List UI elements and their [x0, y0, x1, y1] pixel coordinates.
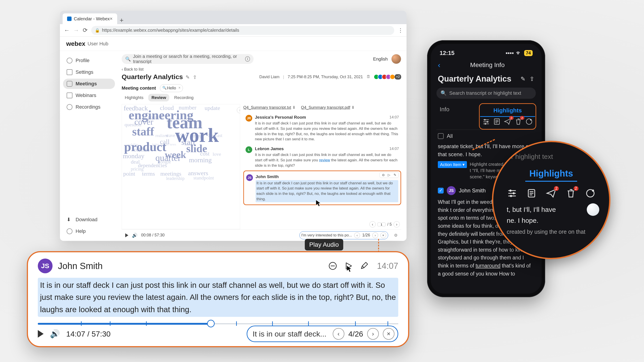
play-button[interactable] [125, 233, 128, 237]
browser-tab[interactable]: Calendar - Webex × [62, 13, 117, 24]
word-cloud-term[interactable]: wave [166, 133, 175, 138]
tab-recording[interactable]: Recording [171, 94, 197, 101]
tab-info[interactable]: Info [436, 104, 452, 130]
new-tab-button[interactable]: + [117, 16, 126, 24]
sidebar-item-help[interactable]: Help [63, 226, 115, 236]
zoom-search-next-icon[interactable]: › [367, 328, 379, 340]
send-icon[interactable]: 2 [546, 188, 556, 199]
sidebar-item-webinars[interactable]: Webinars [63, 90, 115, 100]
download-icon[interactable]: ⬇ [292, 105, 296, 110]
attachment-link[interactable]: Q4_Summary transcript.pdf [301, 105, 350, 110]
url-bar[interactable]: 🔒 https://example.webex.com/webappng/sit… [91, 26, 394, 35]
zoom-search-prev-icon[interactable]: ‹ [333, 328, 344, 340]
close-tab-icon[interactable]: × [110, 16, 113, 22]
trash-icon[interactable]: 2 [566, 188, 576, 199]
word-cloud-term[interactable]: leadership [166, 176, 184, 181]
tab-highlights[interactable]: Highlights [480, 105, 535, 117]
mag-highlights-tab[interactable]: Highlights [525, 167, 577, 182]
trash-icon[interactable]: 2 [514, 118, 522, 125]
download-icon[interactable]: ⬇ [351, 105, 355, 110]
player-settings-icon[interactable]: ⚙ [394, 233, 398, 238]
player-search-close-icon[interactable]: × [380, 232, 386, 238]
zoom-search-close-icon[interactable]: × [383, 328, 394, 340]
global-search[interactable]: 🔍 Join a meeting or search for a meeting… [122, 54, 254, 64]
edit-highlight-icon[interactable]: ✎ [393, 173, 397, 177]
expand-cloud-icon[interactable]: › [237, 107, 240, 113]
note-icon[interactable] [493, 118, 501, 125]
send-icon[interactable]: 2 [504, 118, 512, 125]
drag-handle-icon[interactable] [587, 203, 599, 216]
share-icon[interactable]: ⇪ [530, 75, 534, 82]
sidebar-item-download[interactable]: ⬇ Download [63, 215, 115, 225]
participants[interactable]: +2 [375, 74, 401, 79]
transcript-message[interactable]: JR Jessica's Personal Room14:07 It is in… [243, 113, 401, 144]
pager-prev-icon[interactable]: ‹ [370, 221, 376, 228]
timeline-thumb[interactable] [207, 320, 215, 327]
back-to-list-link[interactable]: ‹ Back to list [122, 67, 401, 72]
word-cloud-term[interactable]: release [178, 132, 189, 137]
word-cloud-term[interactable]: cloud [160, 104, 174, 111]
play-button[interactable] [38, 330, 44, 338]
zoom-timeline[interactable] [38, 321, 398, 322]
filter-sliders-icon[interactable] [507, 188, 518, 199]
word-cloud-term[interactable]: thing [192, 133, 202, 139]
player-search-prev-icon[interactable]: ‹ [354, 232, 360, 238]
pager-next-icon[interactable]: › [394, 221, 400, 228]
clear-filter-icon[interactable]: × [178, 86, 180, 90]
user-avatar[interactable] [391, 54, 401, 64]
record-icon[interactable] [525, 118, 533, 125]
tab-review[interactable]: Review [148, 94, 169, 101]
sidebar-item-meetings[interactable]: Meetings [63, 79, 115, 89]
word-cloud-term[interactable]: feedback [124, 104, 148, 112]
transcript-message[interactable]: L Lebron James14:07 It is in our staff d… [243, 144, 401, 170]
word-cloud-term[interactable]: update [204, 105, 220, 111]
tab-highlights[interactable]: Highlights [122, 94, 146, 101]
checkbox[interactable] [438, 133, 444, 139]
back-icon[interactable]: ‹ [438, 60, 440, 69]
edit-highlight-icon[interactable] [359, 261, 369, 271]
browser-menu-icon[interactable]: ⋮ [398, 27, 402, 33]
player-search-next-icon[interactable]: › [372, 232, 378, 238]
info-icon[interactable]: i [245, 56, 250, 62]
sidebar-item-settings[interactable]: Settings [63, 67, 115, 77]
word-cloud-term[interactable]: positive [148, 114, 164, 120]
nav-forward-icon[interactable]: → [73, 27, 79, 34]
sidebar-item-recordings[interactable]: Recordings [63, 102, 115, 112]
word-cloud-term[interactable]: standpoint [194, 175, 214, 181]
filter-sliders-icon[interactable] [482, 118, 490, 125]
edit-title-icon[interactable]: ✎ [186, 74, 190, 79]
share-title-icon[interactable]: ⇪ [193, 74, 198, 79]
calendar-icon[interactable]: 🗓 [366, 74, 372, 79]
word-cloud-term[interactable]: point [123, 170, 135, 177]
pager-page-input[interactable] [378, 223, 386, 226]
transcript-message-highlighted[interactable]: ⊖ ▷ ✎ JS John Smith14:07 It is in our st… [243, 170, 401, 205]
word-cloud-term[interactable]: number [179, 104, 196, 111]
volume-icon[interactable]: 🔊 [132, 233, 138, 238]
checkbox-checked[interactable] [438, 188, 444, 194]
word-cloud-term[interactable]: terms [142, 170, 155, 177]
word-cloud-term[interactable]: love [213, 151, 221, 157]
play-audio-icon[interactable] [344, 261, 353, 271]
content-filter-chip[interactable]: Hello × [160, 84, 183, 92]
remove-highlight-icon[interactable] [328, 261, 338, 271]
attachment-link[interactable]: Q4_Summary transcript.txt [243, 105, 291, 110]
word-cloud-term[interactable]: capability [124, 143, 139, 147]
nav-reload-icon[interactable]: ⟳ [83, 27, 88, 34]
sidebar-item-profile[interactable]: Profile [63, 55, 115, 66]
word-cloud-term[interactable]: humana [184, 143, 196, 147]
phone-all-row[interactable]: All [436, 130, 536, 142]
volume-icon[interactable]: 🔊 [50, 329, 60, 339]
note-icon[interactable] [526, 188, 537, 199]
word-cloud-term[interactable]: morning [189, 156, 212, 164]
remove-highlight-icon[interactable]: ⊖ [381, 173, 386, 177]
nav-back-icon[interactable]: ← [64, 27, 70, 34]
action-item-chip[interactable]: Action Item ▾ [438, 161, 467, 168]
language-selector[interactable]: English [373, 56, 388, 62]
word-cloud-term[interactable]: better deliver news [152, 143, 176, 146]
play-audio-icon[interactable]: ▷ [387, 173, 391, 177]
word-cloud-term[interactable]: forecast [208, 133, 222, 138]
phone-search[interactable]: 🔍 Search transcript or highlight text [436, 88, 536, 99]
word-cloud-term[interactable]: monday [123, 152, 144, 160]
record-icon[interactable] [585, 188, 596, 199]
word-cloud-term[interactable]: question [124, 122, 141, 128]
